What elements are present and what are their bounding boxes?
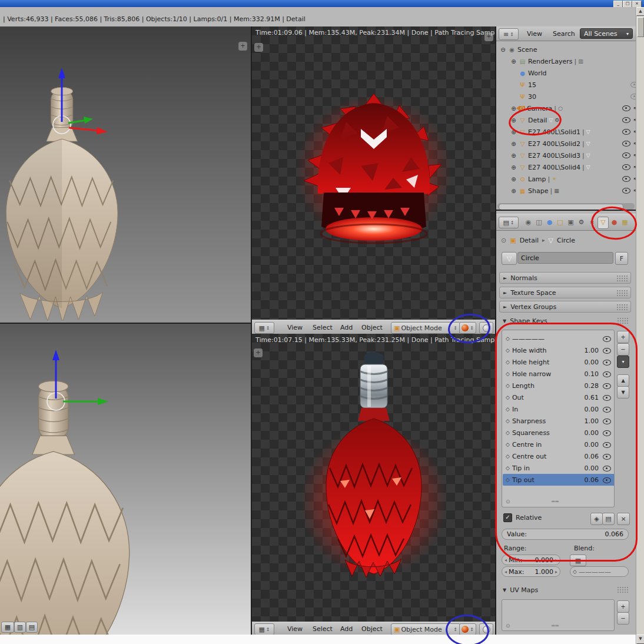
select-menu[interactable]: Select [313,320,333,334]
select-toggle[interactable]: ↖ [632,163,636,171]
shape-key-row[interactable]: ◇ Squareness 0.00 [503,427,615,439]
hide-toggle[interactable] [622,163,630,171]
range-max-field[interactable]: ◂ Max: 1.000 ▸ [502,566,560,577]
shape-key-value-slider[interactable]: Value: 0.066 [502,529,629,540]
add-shape-key-button[interactable]: + [617,331,629,343]
left-arrow-icon[interactable]: ◂ [504,569,507,575]
shape-key-name[interactable]: Centre in [512,441,542,449]
shape-key-row[interactable]: ◇ Centre in 0.00 [503,439,615,450]
area-divider-horizontal[interactable] [496,210,636,211]
hide-toggle[interactable] [622,104,630,112]
shape-key-row[interactable]: ◇ Hole width 1.00 [503,344,615,356]
outliner-row-shape[interactable]: ⊕ ▦ Shape | ▦ ↖ [496,185,636,197]
region-expand-icon[interactable]: + [238,42,247,51]
shape-key-row[interactable]: ◇ Length 0.28 [503,380,615,391]
shape-key-row[interactable]: ◇ In 0.00 [503,403,615,415]
mute-toggle[interactable] [603,442,611,450]
hide-toggle[interactable] [622,151,630,160]
viewport-shading-dropdown[interactable]: ↕ [459,623,476,635]
area-divider-vertical[interactable] [251,26,252,635]
mute-toggle[interactable] [603,395,611,403]
manipulator-button[interactable] [479,322,493,334]
shape-key-name[interactable]: Hole width [512,347,547,354]
add-uv-map-button[interactable]: + [617,600,629,613]
region-expand-icon[interactable]: + [254,348,263,357]
scroll-down-button[interactable]: ▼ [636,635,644,644]
vertex-group-button[interactable]: ▦ [570,555,586,566]
manipulator-button[interactable] [479,623,493,635]
disclosure-icon[interactable]: ⊖ [500,47,506,53]
list-resize-dot[interactable]: ⊙ [506,623,511,629]
panel-grip[interactable] [616,275,628,282]
list-resize-dot[interactable]: ⊙ [506,499,511,504]
select-toggle[interactable]: ↖ [632,175,636,183]
object-menu[interactable]: Object [361,622,383,635]
uv-map-list[interactable]: ⊙ ══ [502,599,615,631]
mute-toggle[interactable] [603,371,611,379]
transform-gizmo[interactable] [0,26,251,323]
disclosure-icon[interactable]: ⊕ [510,117,517,124]
add-menu[interactable]: Add [340,320,353,334]
editor-type-button[interactable]: ▤ ↕ [499,217,519,228]
tab-scene[interactable]: ◫ [534,217,544,228]
panel-grip[interactable] [616,304,628,311]
disclosure-icon[interactable]: ⊕ [510,188,517,194]
shape-key-name[interactable]: Length [512,382,535,390]
outliner-row-30[interactable]: Ψ 30 ↖ [496,91,636,102]
disclosure-icon[interactable]: ⊕ [510,176,517,182]
outliner-row-solid3[interactable]: ⊕ ▽ E27 400L\Solid3 | ▽ ↖ [496,150,636,161]
viewport-render-bottom[interactable]: Time:01:07.15 | Mem:135.33M, Peak:231.25… [252,334,495,622]
move-key-down-button[interactable]: ▼ [617,386,629,399]
viewport-3d-bottom[interactable]: ▦ ▥ ▤ [0,324,251,635]
hide-toggle[interactable] [630,81,636,89]
panel-normals[interactable]: ► Normals [499,272,631,284]
shape-key-name[interactable]: ————— [512,335,545,343]
shape-key-name[interactable]: Squareness [512,429,550,437]
shape-key-list[interactable]: ◇ ————— ◇ Hole width 1.00 ◇ Hole height … [502,330,615,507]
hide-toggle[interactable] [622,187,630,195]
clear-shape-keys-button[interactable]: × [617,513,630,525]
viewport-3d-top[interactable]: + [0,26,251,323]
hide-toggle[interactable] [622,116,630,124]
tab-render[interactable]: ◉ [523,217,533,228]
shape-key-row[interactable]: ◇ Sharpness 1.00 [503,415,615,427]
remove-shape-key-button[interactable]: − [617,343,629,356]
shape-key-row[interactable]: ◇ Hole narrow 0.10 [503,368,615,380]
shape-key-name[interactable]: Centre out [512,453,546,460]
pin-icon[interactable]: ⊙ [501,237,506,244]
right-arrow-icon[interactable]: ▸ [555,569,557,575]
panel-grip[interactable] [617,586,629,593]
mute-toggle[interactable] [603,477,611,485]
shape-key-name[interactable]: In [512,406,518,413]
select-toggle[interactable]: ↖ [632,116,636,124]
shape-key-row-basis[interactable]: ◇ ————— [503,333,615,344]
editor-type-button[interactable]: ▦ ↕ [254,623,274,635]
item-label[interactable]: Detail [528,117,547,124]
item-label[interactable]: Camera [527,105,552,112]
hide-toggle[interactable] [622,128,630,136]
mute-toggle[interactable] [603,383,611,391]
mute-toggle[interactable] [603,419,611,426]
range-min-field[interactable]: ◂ Min: 0.000 ▸ [502,555,560,565]
shape-key-specials-button[interactable]: ▾ [617,356,629,368]
transform-gizmo[interactable] [0,324,251,635]
shape-key-name[interactable]: Tip out [512,476,535,484]
search-menu[interactable]: Search [553,26,575,41]
list-resize-grip[interactable]: ══ [552,623,559,629]
mute-toggle[interactable] [603,466,611,473]
layers-button[interactable]: ▤ [26,622,38,633]
tab-texture[interactable]: ▦ [620,217,630,228]
item-label[interactable]: E27 400L\Solid3 [528,152,580,160]
remove-uv-map-button[interactable]: − [617,612,629,625]
shape-key-row[interactable]: ◇ Tip in 0.00 [503,462,615,474]
shape-key-row[interactable]: ◇ Centre out 0.06 [503,450,615,462]
move-key-up-button[interactable]: ▲ [617,374,629,387]
tab-particles[interactable]: ∗ [587,217,597,228]
blend-shape-dropdown[interactable]: ◇ ————— [570,566,629,577]
region-expand-icon[interactable]: + [484,32,493,41]
outliner-row-solid2[interactable]: ⊕ ▽ E27 400L\Solid2 | ▽ ↖ [496,138,636,150]
disclosure-icon[interactable]: ⊕ [510,129,517,135]
shape-key-name[interactable]: Sharpness [512,417,546,425]
viewport-render-top[interactable]: Time:01:09.06 | Mem:135.43M, Peak:231.34… [252,26,495,320]
outliner-row-lamp[interactable]: ⊕ ⊙ Lamp | ☀ ↖ [496,173,636,185]
